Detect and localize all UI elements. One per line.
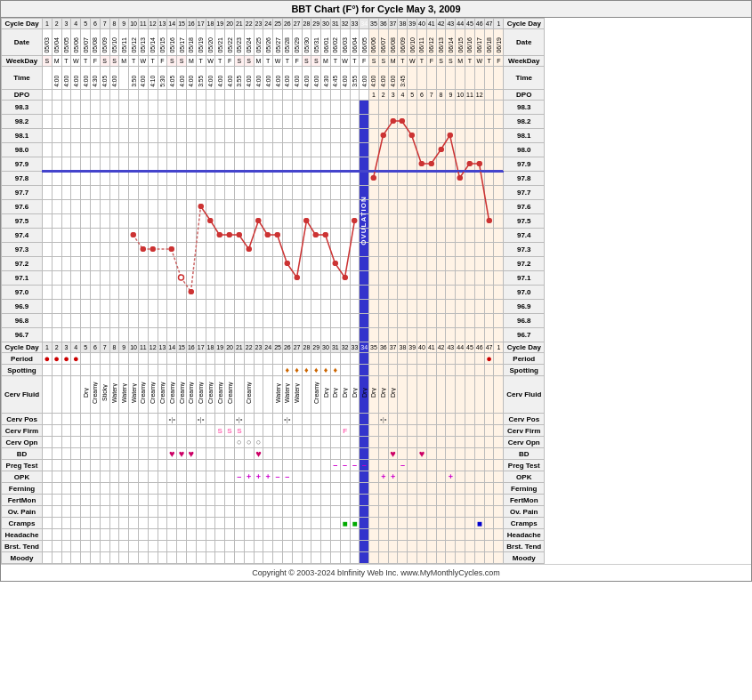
temp-cell — [186, 229, 196, 243]
cycle-day-cell-bottom: 36 — [378, 342, 388, 353]
temp-cell — [330, 243, 340, 257]
temp-cell — [158, 300, 167, 314]
temp-cell — [446, 300, 456, 314]
temp-cell — [436, 243, 446, 257]
opk-cell — [109, 471, 119, 483]
temp-cell — [378, 186, 388, 200]
weekday-cell: M — [321, 56, 331, 67]
dpo-cell — [292, 90, 302, 101]
temp-cell — [302, 286, 311, 300]
cycle-day-cell-bottom: 42 — [436, 342, 446, 353]
moody-cell — [119, 552, 129, 564]
cerv-pos-dot: •|• — [236, 415, 243, 423]
temp-cell — [167, 328, 177, 342]
temp-cell — [340, 115, 350, 129]
temp-cell — [196, 271, 206, 286]
headache-cell — [398, 529, 408, 541]
cerv-fluid-cell — [43, 376, 53, 414]
temp-cell — [436, 214, 446, 229]
temp-cell — [158, 243, 167, 257]
temp-cell — [436, 257, 446, 271]
moody-cell — [436, 552, 446, 564]
temp-cell — [215, 101, 225, 115]
temp-cell — [474, 200, 484, 214]
ov-pain-cell — [186, 506, 196, 518]
temp-cell — [254, 157, 263, 172]
opk-cell — [369, 471, 379, 483]
temp-cell — [311, 157, 321, 172]
moody-cell — [186, 552, 196, 564]
temp-cell — [378, 314, 388, 328]
moody-cell — [158, 552, 167, 564]
cerv-opn-cell — [360, 437, 369, 448]
temp-cell — [292, 115, 302, 129]
brst-tend-cell — [234, 541, 244, 552]
headache-cell — [129, 529, 139, 541]
temp-dot — [255, 218, 261, 223]
cerv-pos-cell — [484, 414, 494, 425]
spotting-cell — [109, 365, 119, 376]
bd-cell — [215, 448, 225, 460]
fertmon-cell — [254, 495, 263, 506]
temp-cell — [119, 257, 129, 271]
cramp-blue: ■ — [477, 519, 482, 528]
headache-cell — [302, 529, 311, 541]
opk-cell — [43, 471, 53, 483]
cramp-cell — [360, 518, 369, 529]
ov-pain-cell — [71, 506, 81, 518]
period-cell — [446, 353, 456, 365]
temp-cell — [456, 286, 465, 300]
bd-cell — [225, 448, 235, 460]
temp-cell — [225, 157, 235, 172]
spotting-cell: ♦ — [282, 365, 292, 376]
ferning-cell — [398, 483, 408, 495]
temp-cell — [119, 115, 129, 129]
date-cell: 06/02 — [330, 29, 340, 56]
cerv-fluid-cell: Creamy — [186, 376, 196, 414]
cerv-fluid-value: Dry — [323, 376, 329, 410]
temp-cell — [71, 229, 81, 243]
temp-cell — [282, 229, 292, 243]
fertmon-cell — [417, 495, 427, 506]
row-label-right: Headache — [504, 529, 545, 541]
temp-cell — [292, 300, 302, 314]
date-cell: 05/25 — [254, 29, 263, 56]
temp-cell — [282, 101, 292, 115]
temp-cell — [426, 314, 436, 328]
temp-cell — [398, 129, 408, 143]
temp-cell — [378, 257, 388, 271]
headache-cell — [369, 529, 379, 541]
cerv-fluid-cell — [484, 376, 494, 414]
brst-tend-cell — [360, 541, 369, 552]
date-cell: 05/24 — [244, 29, 254, 56]
temp-cell — [234, 271, 244, 286]
temp-cell — [129, 186, 139, 200]
temp-cell — [350, 271, 360, 286]
temp-cell — [282, 214, 292, 229]
fertmon-cell — [302, 495, 311, 506]
temp-cell — [225, 186, 235, 200]
ov-pain-cell — [484, 506, 494, 518]
cerv-opn-cell — [90, 437, 100, 448]
temp-cell — [263, 328, 273, 342]
brst-tend-cell — [436, 541, 446, 552]
cycle-day-cell-bottom: 32 — [340, 342, 350, 353]
preg-test-neg: – — [333, 461, 337, 470]
temp-cell — [369, 271, 379, 286]
headache-cell — [109, 529, 119, 541]
temp-cell — [61, 143, 71, 157]
preg-test-cell — [148, 460, 158, 471]
temp-cell — [273, 243, 283, 257]
cramps-label-right: Cramps — [504, 518, 545, 529]
temp-cell — [436, 200, 446, 214]
cramp-cell — [206, 518, 215, 529]
headache-cell — [244, 529, 254, 541]
spotting-cell — [225, 365, 235, 376]
temp-cell — [398, 115, 408, 129]
opk-cell: + — [244, 471, 254, 483]
cerv-firm-s: S — [218, 427, 222, 435]
temp-cell — [408, 243, 417, 257]
headache-cell — [321, 529, 331, 541]
cramp-cell — [234, 518, 244, 529]
temp-cell — [465, 243, 475, 257]
